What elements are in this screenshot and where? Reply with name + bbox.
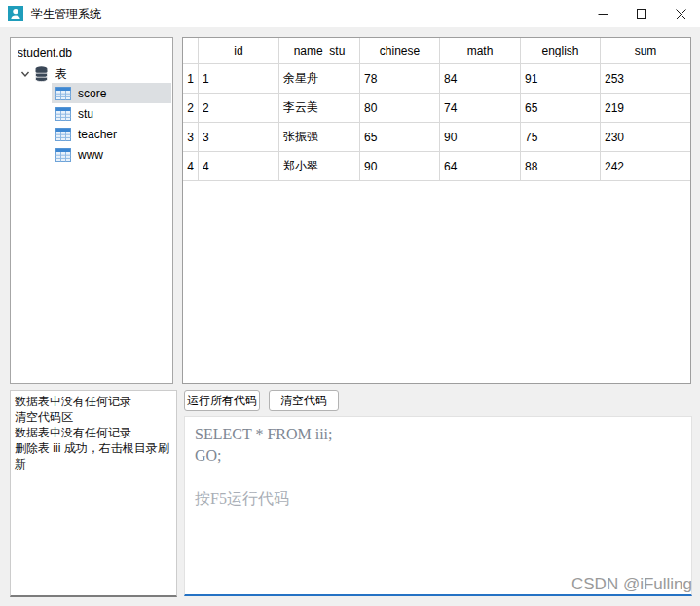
table-cell[interactable]: 90 <box>360 152 440 181</box>
database-icon <box>34 66 49 82</box>
code-line: SELECT * FROM iii; <box>195 424 682 445</box>
column-header-english[interactable]: english <box>521 38 601 64</box>
tree-node-tables[interactable]: 表 <box>15 64 67 84</box>
log-line: 删除表 iii 成功，右击根目录刷新 <box>15 440 172 472</box>
table-cell[interactable]: 80 <box>360 94 440 123</box>
close-icon <box>676 9 686 19</box>
table-header-row: id name_stu chinese math english sum <box>183 38 690 64</box>
maximize-button[interactable] <box>622 0 661 27</box>
table-icon <box>55 128 71 141</box>
tree-item-label: www <box>78 148 103 162</box>
minimize-icon <box>598 9 608 19</box>
column-header-math[interactable]: math <box>440 38 521 64</box>
minimize-button[interactable] <box>583 0 622 27</box>
clear-code-button[interactable]: 清空代码 <box>269 390 339 411</box>
table-cell[interactable]: 张振强 <box>279 123 360 152</box>
table-cell[interactable]: 91 <box>521 64 601 94</box>
row-number[interactable]: 3 <box>183 123 199 152</box>
table-cell[interactable]: 78 <box>360 64 440 94</box>
window-title: 学生管理系统 <box>31 6 101 22</box>
row-number[interactable]: 1 <box>183 64 199 94</box>
table-cell[interactable]: 3 <box>199 123 279 152</box>
database-tree-panel: student.db 表 score <box>10 37 173 384</box>
table-cell[interactable]: 75 <box>521 123 601 152</box>
app-icon <box>8 6 23 21</box>
tree-item-label: score <box>78 87 106 100</box>
tree-item-www[interactable]: www <box>52 144 171 165</box>
chevron-down-icon <box>20 69 30 79</box>
table-row: 4 4 郑小翠 90 64 88 242 <box>183 152 690 181</box>
tree-item-label: teacher <box>78 128 117 141</box>
table-cell[interactable]: 74 <box>440 94 521 123</box>
table-cell[interactable]: 219 <box>601 94 690 123</box>
maximize-icon <box>637 9 646 19</box>
table-cell[interactable]: 64 <box>440 152 521 181</box>
table-row: 1 1 余星舟 78 84 91 253 <box>183 64 690 94</box>
close-button[interactable] <box>661 0 700 27</box>
column-header-sum[interactable]: sum <box>601 38 690 64</box>
tree-node-label: 表 <box>55 66 67 83</box>
log-line: 清空代码区 <box>15 409 172 425</box>
table-icon <box>55 148 71 162</box>
table-cell[interactable]: 2 <box>199 94 279 123</box>
title-bar: 学生管理系统 <box>0 0 700 27</box>
run-all-code-button[interactable]: 运行所有代码 <box>184 390 260 411</box>
table-cell[interactable]: 郑小翠 <box>279 152 360 181</box>
tree-item-teacher[interactable]: teacher <box>52 124 171 144</box>
table-cell[interactable]: 230 <box>601 123 690 152</box>
table-icon <box>55 107 71 121</box>
table-cell[interactable]: 65 <box>521 94 601 123</box>
table-cell[interactable]: 65 <box>360 123 440 152</box>
app-window: 学生管理系统 student.db <box>0 0 700 606</box>
table-icon <box>55 87 71 100</box>
table-row: 3 3 张振强 65 90 75 230 <box>183 123 690 152</box>
editor-hint: 按F5运行代码 <box>195 488 682 510</box>
sql-code-editor[interactable]: SELECT * FROM iii; GO; 按F5运行代码 <box>184 416 692 596</box>
table-cell[interactable]: 1 <box>199 64 279 94</box>
table-cell[interactable]: 253 <box>601 64 690 94</box>
table-cell[interactable]: 88 <box>521 152 601 181</box>
watermark: CSDN @iFulling <box>571 575 692 594</box>
code-line-blank <box>195 467 682 488</box>
table-cell[interactable]: 4 <box>199 152 279 181</box>
log-line: 数据表中没有任何记录 <box>15 394 172 409</box>
code-line: GO; <box>195 445 682 467</box>
column-header-id[interactable]: id <box>199 38 279 64</box>
tree-item-label: stu <box>78 107 93 121</box>
row-number[interactable]: 2 <box>183 94 199 123</box>
table-cell[interactable]: 余星舟 <box>279 64 360 94</box>
column-header-name-stu[interactable]: name_stu <box>279 38 360 64</box>
column-header-chinese[interactable]: chinese <box>360 38 440 64</box>
table-row: 2 2 李云美 80 74 65 219 <box>183 94 690 123</box>
tree-item-stu[interactable]: stu <box>52 103 171 124</box>
tree-root-database[interactable]: student.db <box>18 45 72 61</box>
tree-item-score[interactable]: score <box>52 83 171 103</box>
table-cell[interactable]: 李云美 <box>279 94 360 123</box>
table-cell[interactable]: 242 <box>601 152 690 181</box>
window-controls <box>583 0 700 27</box>
corner-header <box>183 38 199 64</box>
results-table: id name_stu chinese math english sum 1 1… <box>182 37 691 384</box>
log-line: 数据表中没有任何记录 <box>15 425 172 440</box>
table-cell[interactable]: 84 <box>440 64 521 94</box>
row-number[interactable]: 4 <box>183 152 199 181</box>
log-output[interactable]: 数据表中没有任何记录 清空代码区 数据表中没有任何记录 删除表 iii 成功，右… <box>10 390 177 597</box>
table-cell[interactable]: 90 <box>440 123 521 152</box>
